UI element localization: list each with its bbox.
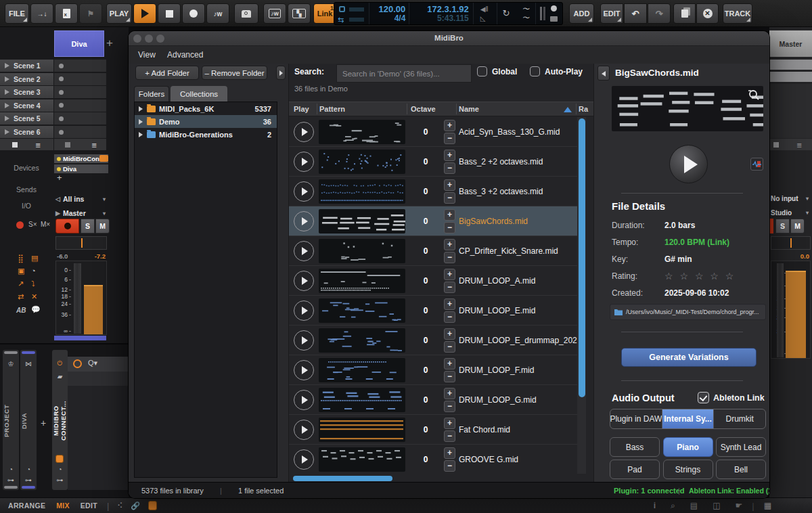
duplicate-button[interactable] xyxy=(673,3,696,24)
octave-up-button[interactable]: + xyxy=(444,239,455,250)
clip-slot[interactable] xyxy=(54,86,106,98)
file-name[interactable]: CP_Drifter_Kick_Snare.mid xyxy=(459,246,558,256)
add-menu-button[interactable]: ADD xyxy=(569,3,594,24)
master-input-select[interactable]: No input▾ xyxy=(771,195,811,202)
piano-icon[interactable]: ▦ xyxy=(764,501,771,510)
undo-button[interactable]: ↶ xyxy=(624,3,647,24)
pattern-thumbnail[interactable] xyxy=(319,358,405,382)
io-label[interactable]: I/O xyxy=(0,202,53,210)
octave-up-button[interactable]: + xyxy=(444,447,455,459)
octave-down-button[interactable]: − xyxy=(444,282,455,293)
add-folder-button[interactable]: + Add Folder xyxy=(135,66,199,80)
horizontal-scroll-thumb[interactable] xyxy=(293,476,392,481)
overdub-button[interactable]: ♪w xyxy=(206,3,229,24)
swap-icon[interactable]: ⇄ xyxy=(18,292,24,301)
folder-tree-item[interactable]: Demo36 xyxy=(135,115,277,128)
clock-icon[interactable]: ◔ xyxy=(31,267,36,275)
stop-button[interactable] xyxy=(158,3,181,24)
master-slot2[interactable] xyxy=(769,72,812,82)
pattern-thumbnail[interactable] xyxy=(319,179,405,204)
add-track-button[interactable]: + xyxy=(106,37,113,50)
tab-midibro-connect[interactable]: ⏻ ▰ MIDIBRO CONNECT... ◔ ⊶ xyxy=(52,350,68,490)
automation-write-button[interactable]: ♪w xyxy=(263,3,286,24)
global-checkbox[interactable] xyxy=(477,66,487,76)
record-button[interactable] xyxy=(182,3,205,24)
pane-collapse-button[interactable] xyxy=(276,66,286,80)
pan-control[interactable] xyxy=(55,236,107,250)
master-pan-control[interactable] xyxy=(771,236,811,250)
play-button[interactable] xyxy=(133,3,156,24)
row-play-button[interactable] xyxy=(294,122,314,142)
octave-up-button[interactable]: + xyxy=(444,328,455,340)
octave-down-button[interactable]: − xyxy=(444,252,455,263)
octave-down-button[interactable]: − xyxy=(444,430,455,442)
sort-ascending-icon[interactable] xyxy=(564,107,572,112)
vertical-scrollbar[interactable] xyxy=(577,117,586,474)
file-name[interactable]: Bass_3 +2 octaves.mid xyxy=(459,187,543,196)
export-button[interactable]: x xyxy=(55,3,78,24)
clip-slot[interactable] xyxy=(54,112,106,125)
audio-preview-icon[interactable] xyxy=(750,158,763,171)
file-row[interactable]: 0+−BigSawChords.mid xyxy=(289,206,585,236)
follow-playhead-button[interactable]: →↓ xyxy=(30,3,53,24)
row-play-button[interactable] xyxy=(294,152,314,172)
scene-row[interactable]: Scene 3 xyxy=(0,86,53,98)
sends-label[interactable]: Sends xyxy=(0,185,53,194)
flag-button[interactable]: ⚑ xyxy=(79,3,102,24)
autoplay-checkbox[interactable] xyxy=(530,66,540,76)
octave-down-button[interactable]: − xyxy=(444,311,455,323)
track-header-diva[interactable]: Diva xyxy=(54,30,104,57)
redo-button[interactable]: ↷ xyxy=(648,3,671,24)
clip-launcher-write-button[interactable]: ▝▖ xyxy=(288,3,311,24)
octave-down-button[interactable]: − xyxy=(444,341,455,353)
clip-slot[interactable] xyxy=(54,126,106,138)
mixer-scrollbar[interactable] xyxy=(54,336,106,340)
ableton-link-button[interactable]: Link1 xyxy=(313,3,336,24)
delete-button[interactable]: ✕ xyxy=(696,3,719,24)
file-row[interactable]: 0+−DRUM_LOOP_F.mid xyxy=(289,355,585,385)
file-name[interactable]: Fat Chord.mid xyxy=(459,425,510,434)
list-view-icon[interactable]: ▤ xyxy=(31,254,38,263)
master-mute-button[interactable]: M xyxy=(790,219,805,233)
sound-synth-lead[interactable]: Synth Lead xyxy=(716,437,766,457)
sound-strings[interactable]: Strings xyxy=(663,460,713,479)
search-input[interactable]: Search in 'Demo' (36 files)... xyxy=(336,64,472,83)
scene-row[interactable]: Scene 6 xyxy=(0,126,53,138)
octave-up-button[interactable]: + xyxy=(444,269,455,280)
sound-bass[interactable]: Bass xyxy=(610,437,660,457)
tab-project[interactable]: ♔ PROJECT ◔ ⊶ xyxy=(3,350,19,490)
file-name[interactable]: DRUM_LOOP_F.mid xyxy=(459,365,534,375)
pattern-thumbnail[interactable] xyxy=(319,388,405,412)
sound-bell[interactable]: Bell xyxy=(716,460,766,479)
arm-button[interactable] xyxy=(55,219,79,233)
track-menu-button[interactable]: TRACK xyxy=(723,3,752,24)
sound-pad[interactable]: Pad xyxy=(610,460,660,479)
tempo-icons-section[interactable]: ⇆ xyxy=(334,3,369,24)
octave-down-button[interactable]: − xyxy=(444,401,455,412)
row-play-button[interactable] xyxy=(294,241,314,261)
info-icon[interactable]: i xyxy=(654,501,656,510)
pattern-thumbnail[interactable] xyxy=(319,328,405,353)
edit-view-button[interactable]: EDIT xyxy=(81,501,97,510)
tab-diva[interactable]: ⋈ DIVA ◔ ⊶ xyxy=(20,350,37,490)
position-section[interactable]: 172.3.1.92 5:43.115 xyxy=(409,3,473,24)
file-row[interactable]: 0+−GROOVE G.mid xyxy=(289,445,585,474)
pattern-thumbnail[interactable] xyxy=(319,418,405,442)
ableton-link-checkbox[interactable] xyxy=(698,392,709,403)
octave-up-button[interactable]: + xyxy=(444,179,455,191)
grid-view-icon[interactable]: ⣿ xyxy=(18,254,24,263)
bypass-icon[interactable] xyxy=(73,359,82,368)
scene-row[interactable]: Scene 2 xyxy=(0,73,53,85)
octave-up-button[interactable]: + xyxy=(444,150,455,161)
scene-row[interactable]: Scene 4 xyxy=(0,99,53,112)
chain-icon[interactable]: 🔗 xyxy=(131,501,140,510)
follow-section[interactable] xyxy=(536,3,562,24)
clip-orange-icon[interactable]: ▣ xyxy=(18,267,24,275)
zoom-icon[interactable] xyxy=(748,89,760,101)
clip-stop-row[interactable]: ≣ xyxy=(54,139,106,150)
snap-icon[interactable]: ⠪ xyxy=(117,501,122,510)
hand-icon[interactable]: ☛ xyxy=(736,501,743,510)
pattern-preview[interactable] xyxy=(612,86,763,131)
track-output-select[interactable]: ▶Master▾ xyxy=(55,209,108,217)
play-menu-button[interactable]: PLAY xyxy=(106,3,132,24)
